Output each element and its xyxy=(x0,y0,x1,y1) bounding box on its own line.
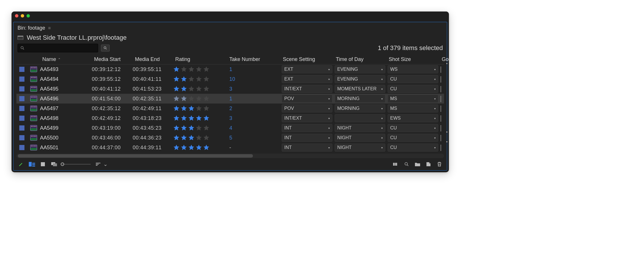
shot-size-dropdown[interactable]: CU▾ xyxy=(388,144,438,152)
clip-name[interactable]: AA5499 xyxy=(40,125,92,131)
thumbnail-zoom-slider[interactable] xyxy=(62,164,91,165)
rating-stars[interactable] xyxy=(173,76,227,83)
clip-name[interactable]: AA5497 xyxy=(40,106,92,112)
shot-size-dropdown[interactable]: CU▾ xyxy=(388,134,438,142)
horizontal-scrollbar[interactable] xyxy=(16,154,444,158)
new-item-icon[interactable] xyxy=(426,161,431,167)
row-selection-swatch[interactable] xyxy=(19,86,24,91)
star-3-icon[interactable] xyxy=(188,134,195,141)
star-2-icon[interactable] xyxy=(180,85,187,92)
scene-setting-dropdown[interactable]: INT▾ xyxy=(282,124,332,132)
window-minimize-button[interactable] xyxy=(21,14,24,18)
column-header-scene[interactable]: Scene Setting xyxy=(281,55,334,64)
star-1-icon[interactable] xyxy=(173,76,180,83)
panel-menu-icon[interactable]: ≡ xyxy=(48,26,51,31)
automate-to-sequence-icon[interactable] xyxy=(393,161,399,167)
trash-icon[interactable] xyxy=(437,161,442,167)
star-3-icon[interactable] xyxy=(188,85,195,92)
take-number[interactable]: 10 xyxy=(227,76,281,82)
star-4-icon[interactable] xyxy=(195,134,202,141)
star-5-icon[interactable] xyxy=(203,95,210,102)
column-header-name[interactable]: Name ⌃ xyxy=(40,55,92,64)
table-row[interactable]: AA549900:43:19:0000:43:45:234INT▾NIGHT▾C… xyxy=(16,123,444,133)
good-checkbox[interactable] xyxy=(441,115,441,122)
row-selection-swatch[interactable] xyxy=(19,77,24,82)
take-number[interactable]: 5 xyxy=(227,135,281,141)
rating-stars[interactable] xyxy=(173,125,227,131)
scene-setting-dropdown[interactable]: INT▾ xyxy=(282,144,332,152)
scene-setting-dropdown[interactable]: EXT▾ xyxy=(282,65,332,73)
shot-size-dropdown[interactable]: MS▾ xyxy=(388,95,438,103)
pencil-icon[interactable] xyxy=(18,161,24,167)
freeform-view-button[interactable] xyxy=(51,161,57,167)
rating-stars[interactable] xyxy=(173,95,227,102)
time-of-day-dropdown[interactable]: EVENING▾ xyxy=(335,65,385,73)
shot-size-dropdown[interactable]: CU▾ xyxy=(388,75,438,83)
scene-setting-dropdown[interactable]: INT/EXT▾ xyxy=(282,85,332,93)
star-5-icon[interactable] xyxy=(203,76,210,83)
star-1-icon[interactable] xyxy=(173,66,180,73)
window-zoom-button[interactable] xyxy=(26,14,30,18)
star-2-icon[interactable] xyxy=(180,115,187,122)
sort-menu[interactable]: ⌄ xyxy=(96,161,108,167)
shot-size-dropdown[interactable]: WS▾ xyxy=(388,65,438,73)
scene-setting-dropdown[interactable]: INT/EXT▾ xyxy=(282,114,332,122)
breadcrumb-path[interactable]: West Side Tractor LL.prproj\footage xyxy=(27,34,127,41)
star-4-icon[interactable] xyxy=(195,115,202,122)
rating-stars[interactable] xyxy=(173,115,227,122)
search-input[interactable] xyxy=(18,44,98,52)
column-header-media-start[interactable]: Media Start xyxy=(92,55,133,64)
time-of-day-dropdown[interactable]: MORNING▾ xyxy=(335,95,385,103)
clip-name[interactable]: AA5498 xyxy=(40,115,92,121)
star-3-icon[interactable] xyxy=(188,125,195,131)
rating-stars[interactable] xyxy=(173,105,227,112)
scene-setting-dropdown[interactable]: POV▾ xyxy=(282,104,332,112)
scene-setting-dropdown[interactable]: POV▾ xyxy=(282,95,332,103)
table-row[interactable]: AA550000:43:46:0000:44:36:235INT▾NIGHT▾C… xyxy=(16,133,444,143)
table-row[interactable]: AA549400:39:55:1200:40:41:1110EXT▾EVENIN… xyxy=(16,74,444,84)
search-filter-button[interactable] xyxy=(101,45,110,51)
star-2-icon[interactable] xyxy=(180,105,187,112)
take-number[interactable]: 1 xyxy=(227,66,281,72)
star-5-icon[interactable] xyxy=(203,105,210,112)
table-row[interactable]: AA549800:42:49:1200:43:18:233INT/EXT▾▾EW… xyxy=(16,113,444,123)
column-header-rating[interactable]: Rating xyxy=(173,55,227,64)
table-row[interactable]: AA549300:39:12:1200:39:55:111EXT▾EVENING… xyxy=(16,64,444,74)
rating-stars[interactable] xyxy=(173,85,227,92)
star-3-icon[interactable] xyxy=(188,66,195,73)
table-row[interactable]: AA549600:41:54:0000:42:35:111POV▾MORNING… xyxy=(16,94,444,104)
star-3-icon[interactable] xyxy=(188,76,195,83)
panel-tab-title[interactable]: Bin: footage xyxy=(18,25,45,31)
take-number[interactable]: 3 xyxy=(227,86,281,92)
column-header-take-number[interactable]: Take Number xyxy=(227,55,281,64)
good-checkbox[interactable] xyxy=(441,135,441,141)
star-4-icon[interactable] xyxy=(195,144,202,151)
take-number[interactable]: - xyxy=(227,145,281,151)
find-icon[interactable] xyxy=(404,161,409,167)
star-1-icon[interactable] xyxy=(173,115,180,122)
star-5-icon[interactable] xyxy=(203,115,210,122)
new-bin-icon[interactable] xyxy=(415,161,420,167)
column-header-media-end[interactable]: Media End xyxy=(133,55,173,64)
row-selection-swatch[interactable] xyxy=(19,145,24,150)
good-checkbox[interactable] xyxy=(441,76,441,83)
rating-stars[interactable] xyxy=(173,66,227,73)
good-checkbox[interactable] xyxy=(441,145,441,151)
take-number[interactable]: 3 xyxy=(227,115,281,121)
star-1-icon[interactable] xyxy=(173,134,180,141)
row-selection-swatch[interactable] xyxy=(19,67,24,72)
star-2-icon[interactable] xyxy=(180,125,187,131)
column-header-good[interactable]: Goo xyxy=(439,55,449,64)
scene-setting-dropdown[interactable]: EXT▾ xyxy=(282,75,332,83)
scrollbar-thumb[interactable] xyxy=(18,154,253,158)
star-2-icon[interactable] xyxy=(180,134,187,141)
row-selection-swatch[interactable] xyxy=(19,135,24,140)
time-of-day-dropdown[interactable]: NIGHT▾ xyxy=(335,144,385,152)
star-1-icon[interactable] xyxy=(173,144,180,151)
take-number[interactable]: 2 xyxy=(227,106,281,112)
window-close-button[interactable] xyxy=(15,14,18,18)
rating-stars[interactable] xyxy=(173,134,227,141)
star-5-icon[interactable] xyxy=(203,134,210,141)
star-1-icon[interactable] xyxy=(173,85,180,92)
list-view-button[interactable] xyxy=(29,161,35,167)
